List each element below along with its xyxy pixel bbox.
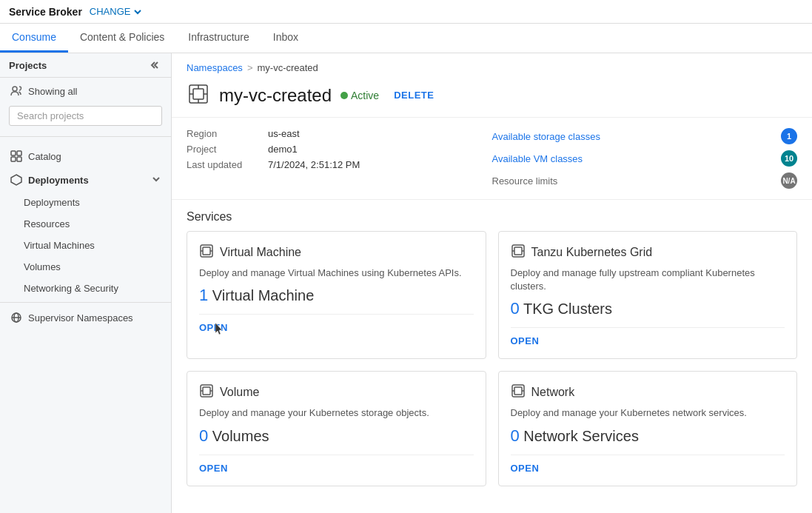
meta-row-project: Project demo1: [187, 144, 492, 155]
resource-limits-label: Resource limits: [492, 175, 574, 187]
network-open-button[interactable]: OPEN: [511, 463, 540, 474]
delete-button[interactable]: DELETE: [394, 90, 434, 101]
change-button[interactable]: CHANGE: [90, 6, 143, 17]
sidebar-item-supervisor-namespaces[interactable]: Supervisor Namespaces: [0, 306, 171, 329]
layout: Projects Showing all: [0, 53, 812, 513]
svg-rect-4: [17, 157, 21, 161]
sidebar-item-networking-security[interactable]: Networking & Security: [0, 278, 171, 299]
sidebar-item-resources[interactable]: Resources: [0, 213, 171, 235]
network-card-title: Network: [531, 386, 575, 399]
project-label: Project: [187, 144, 268, 155]
status-badge: Active: [340, 90, 379, 101]
volume-count-num: 0: [199, 426, 208, 445]
sidebar-item-catalog[interactable]: Catalog: [0, 144, 171, 168]
vm-card-footer: OPEN: [199, 314, 474, 333]
tab-consume[interactable]: Consume: [0, 24, 68, 53]
catalog-label: Catalog: [28, 151, 61, 162]
last-updated-value: 7/1/2024, 2:51:12 PM: [268, 159, 360, 170]
showing-label: Showing all: [28, 86, 78, 97]
vm-classes-row: Available VM classes 10: [492, 150, 798, 167]
status-label: Active: [351, 90, 379, 101]
volume-card-title-row: Volume: [199, 383, 474, 400]
storage-classes-row: Available storage classes 1: [492, 128, 798, 144]
network-card-desc: Deploy and manage your Kubernetes networ…: [511, 406, 785, 420]
projects-label: Projects: [9, 60, 47, 71]
vm-classes-link[interactable]: Available VM classes: [492, 153, 583, 164]
vm-card-icon: [199, 244, 214, 261]
sidebar-divider-2: [0, 302, 171, 303]
sidebar-divider: [0, 136, 171, 137]
breadcrumb-namespaces-link[interactable]: Namespaces: [187, 62, 243, 73]
svg-point-0: [13, 87, 17, 91]
svg-rect-10: [193, 89, 204, 99]
volume-open-button[interactable]: OPEN: [199, 463, 228, 474]
network-count-num: 0: [511, 426, 520, 445]
brand-label: Service Broker: [9, 6, 82, 18]
resource-limits-row: Resource limits N/A: [492, 172, 798, 189]
sidebar-item-volumes[interactable]: Volumes: [0, 256, 171, 278]
meta-right: Available storage classes 1 Available VM…: [492, 128, 798, 189]
meta-left: Region us-east Project demo1 Last update…: [187, 128, 492, 189]
users-icon: [10, 85, 22, 97]
chevron-down-icon: [133, 7, 142, 16]
meta-section: Region us-east Project demo1 Last update…: [172, 118, 812, 200]
network-card-footer: OPEN: [511, 455, 785, 474]
meta-row-region: Region us-east: [187, 128, 492, 139]
network-card-icon: [511, 383, 526, 400]
tkg-card-title: Tanzu Kubernetes Grid: [531, 246, 653, 259]
sidebar-collapse-button[interactable]: [150, 59, 162, 71]
collapse-icon: [150, 59, 162, 71]
vm-open-button[interactable]: OPEN: [199, 322, 228, 333]
tab-infrastructure[interactable]: Infrastructure: [176, 24, 261, 53]
service-card-volume: Volume Deploy and manage your Kubernetes…: [187, 371, 486, 486]
breadcrumb-current: my-vc-created: [257, 62, 318, 73]
vm-card-desc: Deploy and manage Virtual Machines using…: [199, 266, 474, 280]
meta-row-last-updated: Last updated 7/1/2024, 2:51:12 PM: [187, 159, 492, 170]
service-card-network: Network Deploy and manage your Kubernete…: [498, 371, 798, 486]
breadcrumb-separator: >: [247, 62, 253, 73]
volume-card-footer: OPEN: [199, 455, 474, 474]
sidebar-nav: Catalog Deployments Deployments Resource…: [0, 140, 171, 513]
tkg-open-button[interactable]: OPEN: [511, 335, 540, 346]
tkg-card-icon: [511, 244, 526, 261]
region-label: Region: [187, 128, 268, 139]
vm-card-title-row: Virtual Machine: [199, 244, 474, 261]
services-grid: Virtual Machine Deploy and manage Virtua…: [172, 231, 812, 498]
project-value: demo1: [268, 144, 298, 155]
tab-inbox[interactable]: Inbox: [261, 24, 310, 53]
tab-content-policies[interactable]: Content & Policies: [68, 24, 176, 53]
svg-rect-1: [11, 151, 16, 155]
sidebar-item-deployments-sub[interactable]: Deployments: [0, 192, 171, 213]
volume-card-desc: Deploy and manage your Kubernetes storag…: [199, 406, 474, 420]
namespace-icon: [10, 312, 22, 323]
sidebar-showing: Showing all: [0, 78, 171, 101]
storage-classes-link[interactable]: Available storage classes: [492, 131, 600, 142]
supervisor-namespaces-label: Supervisor Namespaces: [28, 312, 133, 323]
volume-card-icon: [199, 383, 214, 400]
sidebar-item-virtual-machines[interactable]: Virtual Machines: [0, 235, 171, 256]
namespace-page-icon: [187, 82, 210, 108]
deployments-icon: [10, 174, 22, 186]
network-card-title-row: Network: [511, 383, 785, 400]
svg-rect-20: [514, 247, 522, 255]
tkg-card-desc: Deploy and manage fully upstream complia…: [511, 266, 785, 293]
service-card-tkg: Tanzu Kubernetes Grid Deploy and manage …: [498, 231, 798, 359]
sidebar: Projects Showing all: [0, 53, 172, 513]
services-header: Services: [172, 200, 812, 231]
last-updated-label: Last updated: [187, 159, 268, 170]
volume-card-count: 0 Volumes: [199, 426, 474, 446]
tkg-card-footer: OPEN: [511, 327, 785, 346]
vm-card-title: Virtual Machine: [220, 246, 301, 259]
change-label: CHANGE: [90, 6, 131, 17]
vm-classes-badge: 10: [781, 150, 797, 167]
svg-rect-24: [203, 387, 210, 395]
sidebar-item-deployments[interactable]: Deployments: [0, 168, 171, 192]
tkg-card-title-row: Tanzu Kubernetes Grid: [511, 244, 785, 261]
page-title: my-vc-created: [219, 85, 332, 106]
search-input[interactable]: [9, 106, 162, 126]
status-dot: [340, 92, 348, 99]
resource-limits-badge: N/A: [781, 172, 797, 189]
volume-card-title: Volume: [220, 386, 259, 399]
vm-card-count: 1 Virtual Machine: [199, 286, 474, 305]
svg-rect-16: [203, 247, 210, 255]
